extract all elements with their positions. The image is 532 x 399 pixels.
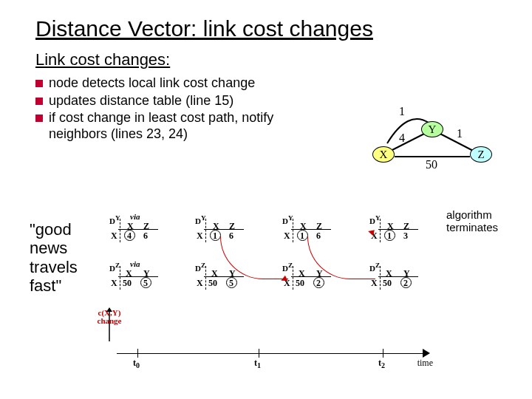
- table-dy-t0: DY via X Z X 4 6: [109, 214, 161, 245]
- distance-tables-diagram: DY via X Z X 4 6 DZ via X Y X 50 5 DY X …: [109, 211, 440, 374]
- cxy-arrow-icon: [106, 307, 129, 344]
- slide-title: Distance Vector: link cost changes: [0, 0, 532, 46]
- algorithm-note: algorithm terminates: [446, 208, 528, 234]
- bullet-list: node detects local link cost change upda…: [0, 72, 310, 142]
- quote-text: "good news travels fast": [30, 220, 107, 295]
- timeline: t0 t1 t2 time: [111, 340, 436, 369]
- svg-marker-4: [106, 307, 112, 312]
- node-z: Z: [470, 146, 492, 163]
- bullet-text: updates distance table (line 15): [49, 93, 233, 109]
- node-y: Y: [421, 121, 443, 137]
- table-dz-t0: DZ via X Y X 50 5: [109, 262, 161, 293]
- node-x: X: [372, 146, 395, 163]
- edge-cost-xy-new: 1: [399, 105, 405, 118]
- table-dz-t2: DZ X Y X 50 2: [369, 262, 421, 293]
- bullet-text: node detects local link cost change: [49, 75, 255, 92]
- network-graph: X Y Z 1 4 1 50: [364, 106, 511, 195]
- bullet-text: if cost change in least cost path, notif…: [49, 110, 310, 142]
- subheading: Link cost changes:: [0, 46, 532, 72]
- bullet-icon: [35, 115, 43, 122]
- bullet-icon: [35, 98, 43, 105]
- time-axis-label: time: [417, 358, 433, 369]
- arrowhead-icon: [423, 349, 430, 358]
- edge-cost-yz: 1: [457, 127, 463, 140]
- edge-cost-xy-old: 4: [399, 132, 405, 145]
- edge-cost-xz: 50: [426, 158, 437, 171]
- bullet-icon: [35, 80, 43, 87]
- table-dy-t2: DY X Z X 1 3: [369, 214, 421, 245]
